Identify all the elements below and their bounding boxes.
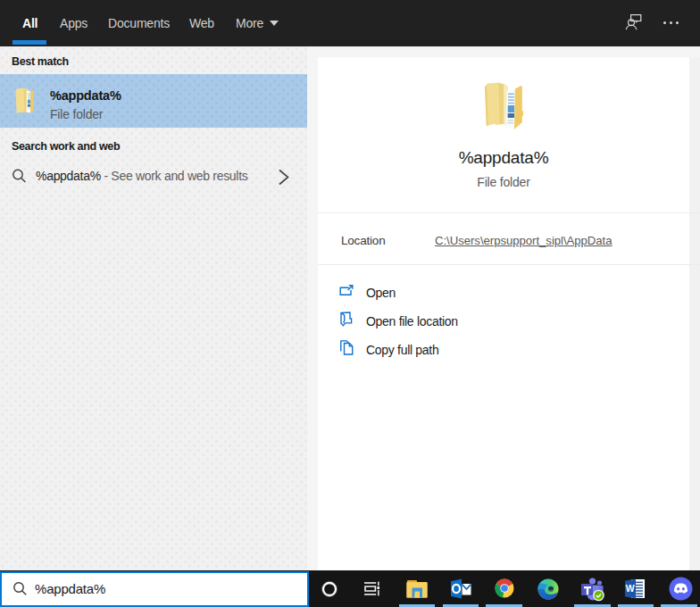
svg-text:W: W bbox=[626, 583, 635, 594]
